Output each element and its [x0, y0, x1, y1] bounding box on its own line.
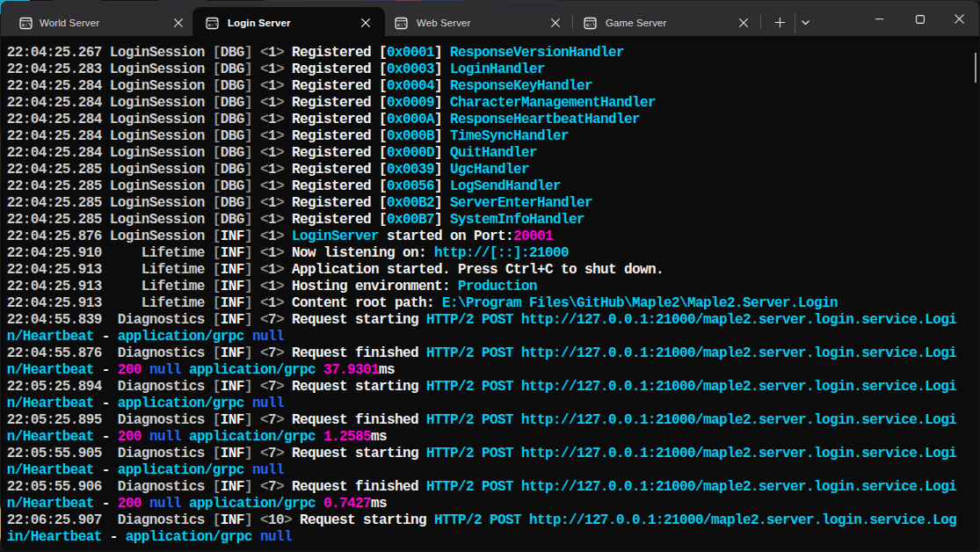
svg-text:c:\: c:\ [396, 23, 406, 29]
svg-text:c:\: c:\ [207, 23, 217, 29]
svg-text:c:\: c:\ [21, 23, 31, 29]
svg-text:c:\: c:\ [585, 23, 595, 29]
